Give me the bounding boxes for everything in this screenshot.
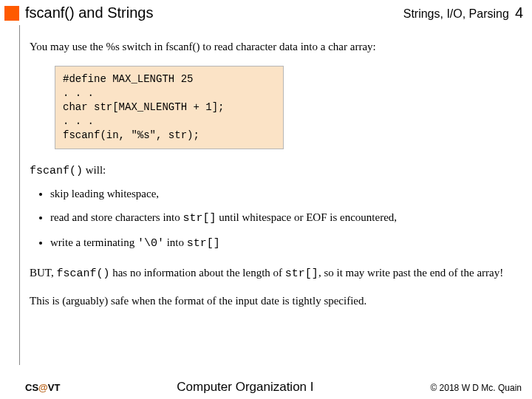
inline-code: str[]	[285, 267, 318, 280]
slide-content: You may use the %s switch in fscanf() to…	[0, 26, 532, 308]
footer-at: @	[38, 382, 48, 393]
list-item: skip leading whitespace,	[50, 186, 519, 201]
vertical-rule	[19, 25, 20, 365]
breadcrumb: Strings, I/O, Parsing	[403, 7, 509, 21]
list-item: read and store characters into str[] unt…	[50, 210, 519, 226]
but-paragraph: BUT, fscanf() has no information about t…	[30, 265, 519, 282]
header-right: Strings, I/O, Parsing 4	[403, 4, 523, 21]
bullet-text: write a terminating	[50, 236, 137, 248]
intro-text: You may use the %s switch in fscanf() to…	[30, 39, 519, 54]
inline-code: str[]	[183, 212, 216, 225]
accent-square-icon	[4, 6, 19, 21]
inline-code: str[]	[187, 237, 220, 250]
text: , so it may write past the end of the ar…	[318, 267, 503, 279]
footer-cs: CS	[25, 382, 38, 393]
will-line: fscanf() will:	[30, 163, 519, 179]
fscanf-inline: fscanf()	[30, 165, 83, 177]
footer-center: Computer Organization I	[177, 380, 313, 395]
safe-paragraph: This is (arguably) safe when the format …	[30, 293, 519, 308]
bullet-list: skip leading whitespace, read and store …	[50, 186, 519, 252]
footer-left: CS@VT	[25, 382, 60, 393]
bullet-text: read and store characters into	[50, 211, 183, 223]
slide-title: fscanf() and Strings	[25, 4, 153, 21]
inline-code: fscanf()	[56, 267, 109, 280]
slide-header: fscanf() and Strings Strings, I/O, Parsi…	[0, 0, 532, 26]
bullet-text: until whitespace or EOF is encountered,	[216, 211, 398, 223]
bullet-text: skip leading whitespace,	[50, 188, 159, 200]
inline-code: '\0'	[137, 237, 164, 250]
list-item: write a terminating '\0' into str[]	[50, 235, 519, 251]
will-suffix: will:	[83, 164, 106, 176]
text: BUT,	[30, 267, 56, 279]
page-number: 4	[515, 4, 523, 21]
text: has no information about the length of	[109, 267, 284, 279]
footer-copyright: © 2018 W D Mc. Quain	[430, 383, 522, 393]
footer-vt: VT	[48, 382, 61, 393]
bullet-text: into	[164, 236, 187, 248]
code-block: #define MAX_LENGTH 25 . . . char str[MAX…	[55, 66, 284, 149]
header-left: fscanf() and Strings	[4, 4, 153, 21]
slide-footer: CS@VT Computer Organization I © 2018 W D…	[0, 380, 532, 395]
